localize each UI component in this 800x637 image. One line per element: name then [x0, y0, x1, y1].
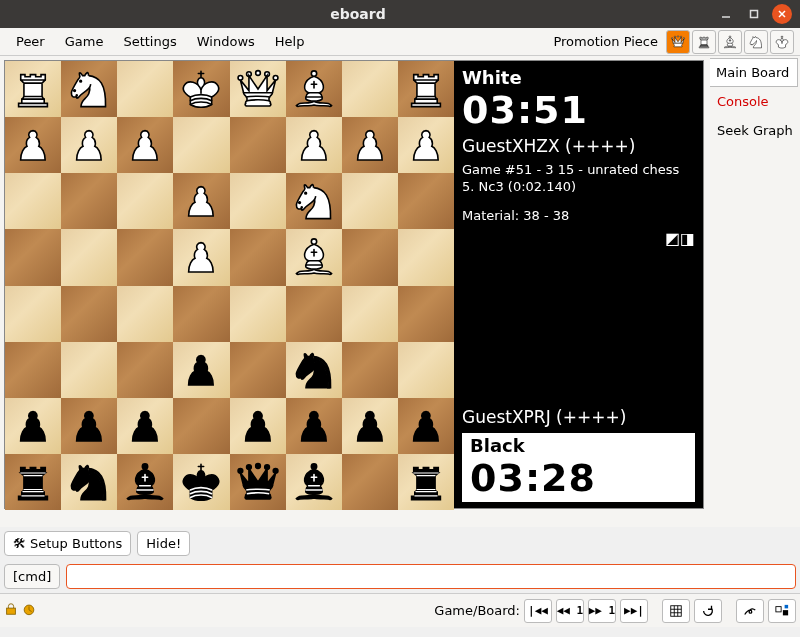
- square-6-3[interactable]: [173, 398, 229, 454]
- piece-bB[interactable]: [290, 458, 338, 506]
- piece-bP[interactable]: [346, 402, 394, 450]
- square-2-3[interactable]: [173, 173, 229, 229]
- piece-bB[interactable]: [121, 458, 169, 506]
- square-3-6[interactable]: [342, 229, 398, 285]
- piece-bP[interactable]: [65, 402, 113, 450]
- square-2-5[interactable]: [286, 173, 342, 229]
- piece-wP[interactable]: [121, 121, 169, 169]
- square-0-6[interactable]: [342, 61, 398, 117]
- square-3-1[interactable]: [61, 229, 117, 285]
- square-7-0[interactable]: [5, 454, 61, 510]
- square-5-2[interactable]: [117, 342, 173, 398]
- square-0-4[interactable]: [230, 61, 286, 117]
- square-6-2[interactable]: [117, 398, 173, 454]
- square-5-3[interactable]: [173, 342, 229, 398]
- piece-wN[interactable]: [290, 177, 338, 225]
- square-3-2[interactable]: [117, 229, 173, 285]
- square-4-7[interactable]: [398, 286, 454, 342]
- square-0-2[interactable]: [117, 61, 173, 117]
- square-0-1[interactable]: [61, 61, 117, 117]
- square-0-0[interactable]: [5, 61, 61, 117]
- menu-settings[interactable]: Settings: [113, 30, 186, 53]
- square-6-7[interactable]: [398, 398, 454, 454]
- cmd-label[interactable]: [cmd]: [4, 564, 60, 589]
- piece-wB[interactable]: [290, 233, 338, 281]
- square-6-5[interactable]: [286, 398, 342, 454]
- square-5-4[interactable]: [230, 342, 286, 398]
- square-4-3[interactable]: [173, 286, 229, 342]
- square-7-7[interactable]: [398, 454, 454, 510]
- tab-console[interactable]: Console: [710, 87, 798, 116]
- promo-rook-button[interactable]: [692, 30, 716, 54]
- piece-bQ[interactable]: [234, 458, 282, 506]
- piece-bK[interactable]: [177, 458, 225, 506]
- piece-bP[interactable]: [290, 402, 338, 450]
- piece-wB[interactable]: [290, 65, 338, 113]
- square-1-5[interactable]: [286, 117, 342, 173]
- square-6-4[interactable]: [230, 398, 286, 454]
- square-7-6[interactable]: [342, 454, 398, 510]
- menu-help[interactable]: Help: [265, 30, 315, 53]
- square-4-6[interactable]: [342, 286, 398, 342]
- close-button[interactable]: [772, 4, 792, 24]
- promo-bishop-button[interactable]: [718, 30, 742, 54]
- menu-peer[interactable]: Peer: [6, 30, 55, 53]
- piece-wP[interactable]: [9, 121, 57, 169]
- square-2-7[interactable]: [398, 173, 454, 229]
- square-4-2[interactable]: [117, 286, 173, 342]
- piece-bP[interactable]: [121, 402, 169, 450]
- square-1-6[interactable]: [342, 117, 398, 173]
- piece-wP[interactable]: [290, 121, 338, 169]
- piece-bR[interactable]: [9, 458, 57, 506]
- square-0-5[interactable]: [286, 61, 342, 117]
- square-7-1[interactable]: [61, 454, 117, 510]
- piece-wP[interactable]: [346, 121, 394, 169]
- piece-wP[interactable]: [177, 177, 225, 225]
- promo-knight-button[interactable]: [744, 30, 768, 54]
- square-5-0[interactable]: [5, 342, 61, 398]
- square-5-1[interactable]: [61, 342, 117, 398]
- hide-button[interactable]: Hide!: [137, 531, 190, 556]
- square-1-7[interactable]: [398, 117, 454, 173]
- square-1-4[interactable]: [230, 117, 286, 173]
- piece-wP[interactable]: [402, 121, 450, 169]
- square-2-6[interactable]: [342, 173, 398, 229]
- piece-wQ[interactable]: [234, 65, 282, 113]
- square-1-3[interactable]: [173, 117, 229, 173]
- piece-wP[interactable]: [177, 233, 225, 281]
- square-2-0[interactable]: [5, 173, 61, 229]
- chess-board[interactable]: [5, 61, 454, 510]
- nav-last-button[interactable]: ▶▶|: [620, 599, 648, 623]
- square-3-7[interactable]: [398, 229, 454, 285]
- square-5-7[interactable]: [398, 342, 454, 398]
- tab-seek-graph[interactable]: Seek Graph: [710, 116, 798, 145]
- nav-prev-button[interactable]: ◀◀ 1: [556, 599, 584, 623]
- piece-bN[interactable]: [65, 458, 113, 506]
- square-6-6[interactable]: [342, 398, 398, 454]
- piece-bP[interactable]: [234, 402, 282, 450]
- piece-bN[interactable]: [290, 346, 338, 394]
- square-7-4[interactable]: [230, 454, 286, 510]
- piece-bP[interactable]: [402, 402, 450, 450]
- square-5-5[interactable]: [286, 342, 342, 398]
- tab-main-board[interactable]: Main Board: [710, 58, 798, 87]
- square-1-2[interactable]: [117, 117, 173, 173]
- minimize-button[interactable]: [716, 4, 736, 24]
- menu-game[interactable]: Game: [55, 30, 114, 53]
- toolbar-icon-4[interactable]: [768, 599, 796, 623]
- menu-windows[interactable]: Windows: [187, 30, 265, 53]
- piece-bR[interactable]: [402, 458, 450, 506]
- piece-bP[interactable]: [9, 402, 57, 450]
- promo-queen-button[interactable]: [666, 30, 690, 54]
- square-2-2[interactable]: [117, 173, 173, 229]
- promo-king-button[interactable]: [770, 30, 794, 54]
- square-0-3[interactable]: [173, 61, 229, 117]
- square-3-3[interactable]: [173, 229, 229, 285]
- piece-wR[interactable]: [402, 65, 450, 113]
- piece-wP[interactable]: [65, 121, 113, 169]
- square-5-6[interactable]: [342, 342, 398, 398]
- piece-wN[interactable]: [65, 65, 113, 113]
- piece-wK[interactable]: [177, 65, 225, 113]
- square-2-4[interactable]: [230, 173, 286, 229]
- nav-first-button[interactable]: |◀◀: [524, 599, 552, 623]
